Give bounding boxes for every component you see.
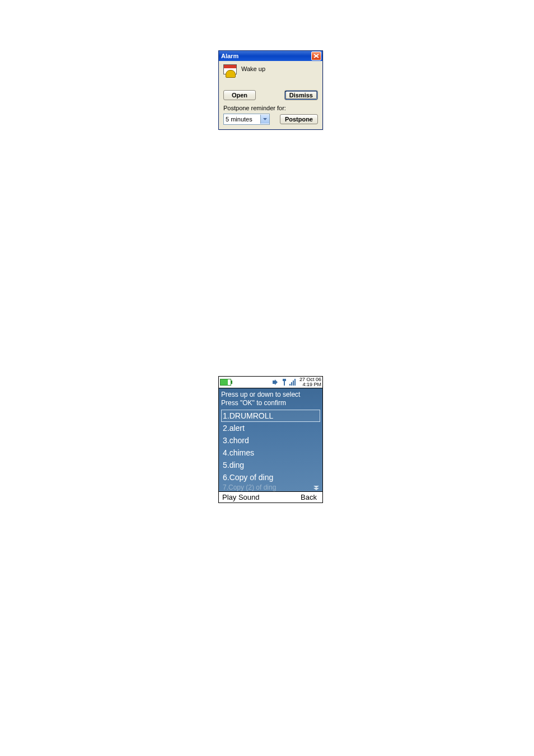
list-item[interactable]: 1.DRUMROLL [221, 410, 320, 422]
alarm-button-row: Open Dismiss [223, 90, 318, 100]
alarm-dialog: Alarm Wake up Open Dismiss Postpone remi… [218, 50, 323, 130]
list-item[interactable]: 7.Copy (2) of ding [221, 483, 320, 491]
postpone-label: Postpone reminder for: [223, 105, 318, 111]
dismiss-button[interactable]: Dismiss [284, 90, 318, 100]
status-left [220, 379, 231, 386]
list-item[interactable]: 6.Copy of ding [221, 471, 320, 483]
sound-list[interactable]: 1.DRUMROLL 2.alert 3.chord 4.chimes 5.di… [221, 410, 320, 491]
postpone-duration-select[interactable]: 5 minutes [223, 114, 270, 125]
alarm-subject: Wake up [241, 64, 265, 72]
chevron-down-icon [260, 115, 269, 124]
list-item[interactable]: 3.chord [221, 434, 320, 447]
status-right: 27 Oct 06 4:19 PM [273, 377, 321, 387]
softkey-right[interactable]: Back [301, 493, 317, 501]
battery-icon [220, 379, 231, 386]
antenna-icon [282, 379, 287, 386]
open-button[interactable]: Open [223, 90, 256, 100]
alarm-titlebar[interactable]: Alarm [219, 51, 322, 61]
status-time: 4:19 PM [299, 382, 321, 387]
instruction-text: Press up or down to select Press "OK" to… [221, 391, 320, 407]
list-item[interactable]: 5.ding [221, 459, 320, 471]
status-datetime: 27 Oct 06 4:19 PM [299, 377, 321, 387]
instruction-line-2: Press "OK" to confirm [221, 399, 320, 407]
close-button[interactable] [311, 51, 321, 60]
close-icon [313, 54, 319, 58]
list-item[interactable]: 2.alert [221, 422, 320, 434]
signal-icon [289, 379, 297, 386]
svg-marker-2 [263, 118, 267, 120]
alarm-subject-row: Wake up [223, 64, 318, 78]
softkey-bar: Play Sound Back [219, 491, 322, 503]
list-item[interactable]: 4.chimes [221, 447, 320, 459]
alarm-body: Wake up Open Dismiss Postpone reminder f… [219, 61, 322, 129]
alarm-title: Alarm [221, 53, 238, 59]
svg-marker-4 [313, 488, 319, 490]
softkey-left[interactable]: Play Sound [222, 493, 260, 501]
instruction-line-1: Press up or down to select [221, 391, 320, 399]
postpone-row: 5 minutes Postpone [223, 114, 318, 125]
speaker-icon [273, 379, 279, 386]
scroll-down-icon [313, 485, 319, 491]
reminder-icon [223, 64, 237, 78]
mobile-status-bar: 27 Oct 06 4:19 PM [219, 377, 322, 388]
postpone-duration-value: 5 minutes [226, 116, 252, 123]
mobile-content: Press up or down to select Press "OK" to… [219, 388, 322, 491]
svg-marker-3 [313, 486, 319, 488]
postpone-button[interactable]: Postpone [280, 114, 318, 124]
mobile-screen: 27 Oct 06 4:19 PM Press up or down to se… [218, 376, 323, 503]
